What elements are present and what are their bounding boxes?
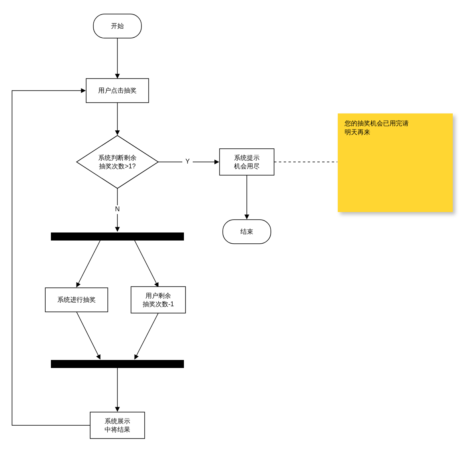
edge-decision-yes: Y (158, 158, 219, 165)
edge-right-to-join (135, 313, 158, 359)
node-end-label: 结束 (240, 228, 253, 235)
node-decision: 系统判断剩余 抽奖次数>1? (77, 135, 158, 188)
node-show-result: 系统展示 中将结果 (90, 412, 145, 439)
node-parallel-left: 系统进行抽奖 (45, 288, 108, 312)
node-start-label: 开始 (111, 22, 124, 29)
node-prompt-line1: 系统提示 (234, 154, 260, 161)
node-prompt-used: 系统提示 机会用尽 (220, 149, 274, 175)
edge-fork-left (77, 241, 100, 287)
svg-marker-2 (77, 135, 158, 188)
node-parallel-left-label: 系统进行抽奖 (57, 296, 96, 303)
node-parallel-right-line2: 抽奖次数-1 (143, 301, 174, 307)
node-decision-line1: 系统判断剩余 (98, 154, 137, 161)
node-user-click-label: 用户点击抽奖 (98, 87, 137, 94)
node-decision-line2: 抽奖次数>1? (99, 163, 135, 170)
edge-decision-no: N (115, 188, 120, 231)
svg-rect-6 (338, 113, 453, 212)
edge-left-to-join (77, 312, 100, 359)
svg-rect-11 (131, 287, 186, 313)
flowchart-canvas: 开始 用户点击抽奖 系统判断剩余 抽奖次数>1? Y 系统提示 机会用尽 您的抽… (0, 0, 476, 469)
node-parallel-right: 用户剩余 抽奖次数-1 (131, 287, 186, 313)
svg-rect-12 (90, 412, 145, 439)
node-prompt-line2: 机会用尽 (234, 163, 260, 170)
node-parallel-right-line1: 用户剩余 (145, 292, 171, 299)
edge-fork-right (135, 241, 158, 287)
fork-bar (51, 232, 184, 241)
sticky-note-line2: 明天再来 (345, 129, 370, 135)
node-user-click: 用户点击抽奖 (86, 79, 149, 103)
sticky-note-line1: 您的抽奖机会已用完请 (344, 120, 409, 127)
edge-label-no: N (115, 206, 120, 212)
node-start: 开始 (93, 14, 141, 38)
svg-rect-5 (220, 149, 274, 175)
sticky-note: 您的抽奖机会已用完请 明天再来 (338, 113, 453, 212)
node-end: 结束 (223, 220, 271, 244)
join-bar (51, 360, 184, 368)
edge-label-yes: Y (186, 158, 190, 165)
node-show-result-line2: 中将结果 (105, 426, 130, 433)
node-show-result-line1: 系统展示 (105, 418, 130, 425)
edge-loop-back (12, 91, 90, 425)
